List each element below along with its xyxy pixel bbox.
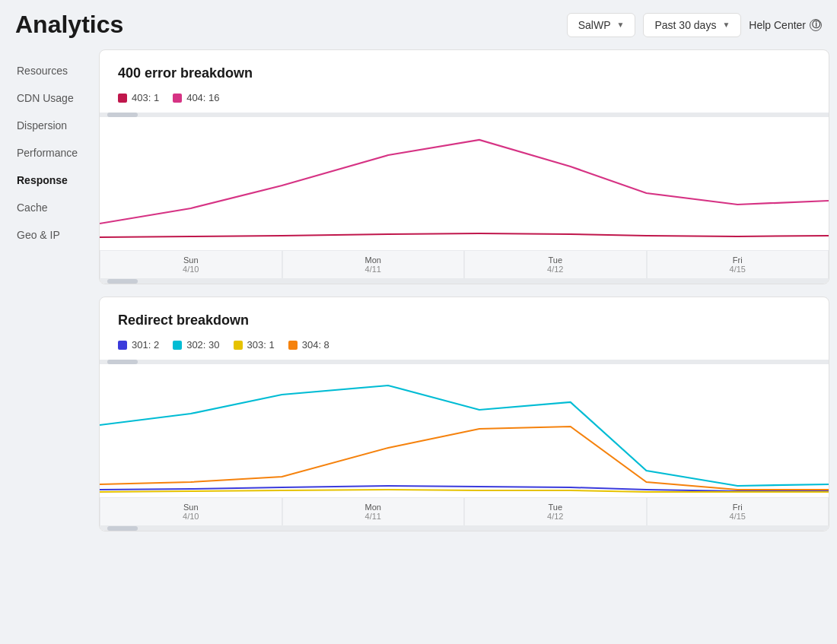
legend-item-302: 302: 30 [173, 339, 219, 351]
line-302 [100, 385, 829, 486]
help-center-label: Help Center [749, 19, 806, 31]
x-axis-day-fri-redirect: Fri [651, 503, 826, 512]
line-404 [100, 140, 829, 224]
legend-dot-303 [234, 341, 243, 350]
x-axis-day-sun-400: Sun [103, 255, 278, 265]
x-axis-item-sun-redirect: Sun 4/10 [100, 497, 282, 526]
sidebar-item-cache[interactable]: Cache [8, 194, 99, 221]
x-axis-item-tue-400: Tue 4/12 [464, 250, 647, 279]
page-header: Analytics SalWP ▼ Past 30 days ▼ Help Ce… [0, 0, 837, 49]
sidebar-item-geo-ip[interactable]: Geo & IP [8, 221, 99, 249]
chart-scroll-bar-bottom-400[interactable] [100, 279, 829, 284]
legend-dot-302 [173, 341, 182, 350]
chart-title-400-error: 400 error breakdown [118, 65, 810, 81]
x-axis-date-mon-redirect: 4/11 [286, 512, 461, 521]
x-axis-day-mon-redirect: Mon [286, 503, 461, 512]
help-center-link[interactable]: Help Center ⓘ [749, 19, 822, 31]
site-selector-label: SalWP [578, 19, 611, 31]
chart-legend-400-error: 403: 1 404: 16 [118, 92, 810, 103]
sidebar: Resources CDN Usage Dispersion Performan… [8, 49, 99, 531]
x-axis-day-sun-redirect: Sun [103, 503, 278, 512]
x-axis-item-mon-400: Mon 4/11 [282, 250, 465, 279]
legend-item-403: 403: 1 [118, 92, 159, 103]
chart-header-redirect: Redirect breakdown 301: 2 302: 30 303: 1 [100, 297, 829, 360]
site-selector-chevron-icon: ▼ [617, 21, 625, 29]
main-content: 400 error breakdown 403: 1 404: 16 [99, 49, 829, 531]
legend-item-301: 301: 2 [118, 339, 159, 351]
header-controls: SalWP ▼ Past 30 days ▼ Help Center ⓘ [567, 13, 822, 37]
page-title: Analytics [15, 11, 123, 39]
x-axis-date-tue-redirect: 4/12 [468, 512, 643, 521]
sidebar-item-cdn-usage[interactable]: CDN Usage [8, 84, 99, 112]
x-axis-date-tue-400: 4/12 [468, 265, 643, 274]
x-axis-item-sun-400: Sun 4/10 [100, 250, 282, 279]
legend-dot-304 [288, 341, 298, 350]
legend-item-303: 303: 1 [234, 339, 275, 351]
date-selector[interactable]: Past 30 days ▼ [643, 13, 741, 37]
site-selector[interactable]: SalWP ▼ [567, 13, 636, 37]
scroll-indicator-redirect [107, 360, 138, 364]
legend-label-303: 303: 1 [247, 339, 275, 351]
line-chart-400-error [100, 125, 829, 250]
scroll-indicator-400 [107, 113, 138, 117]
sidebar-item-response[interactable]: Response [8, 167, 99, 194]
chart-area-redirect [100, 364, 829, 497]
legend-dot-404 [173, 94, 182, 103]
x-axis-date-mon-400: 4/11 [286, 265, 461, 274]
x-axis-day-fri-400: Fri [651, 255, 826, 265]
date-selector-chevron-icon: ▼ [722, 21, 730, 29]
legend-label-302: 302: 30 [186, 339, 219, 351]
line-chart-redirect [100, 372, 829, 497]
chart-header-400-error: 400 error breakdown 403: 1 404: 16 [100, 50, 829, 113]
x-axis-item-fri-400: Fri 4/15 [647, 250, 829, 279]
help-center-icon: ⓘ [810, 19, 822, 31]
chart-title-redirect: Redirect breakdown [118, 312, 810, 328]
x-axis-redirect: Sun 4/10 Mon 4/11 Tue 4/12 Fri 4/15 [100, 497, 829, 526]
main-layout: Resources CDN Usage Dispersion Performan… [0, 49, 837, 547]
sidebar-item-performance[interactable]: Performance [8, 139, 99, 167]
x-axis-date-sun-redirect: 4/10 [103, 512, 278, 521]
legend-label-301: 301: 2 [132, 339, 159, 351]
x-axis-400-error: Sun 4/10 Mon 4/11 Tue 4/12 Fri 4/15 [100, 250, 829, 279]
sidebar-item-dispersion[interactable]: Dispersion [8, 112, 99, 139]
legend-label-404: 404: 16 [186, 92, 219, 103]
chart-area-400-error [100, 117, 829, 250]
date-selector-label: Past 30 days [654, 19, 716, 31]
x-axis-day-mon-400: Mon [286, 255, 461, 265]
sidebar-item-resources[interactable]: Resources [8, 57, 99, 84]
chart-card-redirect: Redirect breakdown 301: 2 302: 30 303: 1 [99, 297, 829, 531]
scroll-indicator-redirect-bottom [107, 526, 138, 531]
legend-dot-301 [118, 341, 127, 350]
chart-legend-redirect: 301: 2 302: 30 303: 1 304: 8 [118, 339, 810, 351]
x-axis-date-fri-400: 4/15 [651, 265, 826, 274]
legend-label-304: 304: 8 [302, 339, 329, 351]
x-axis-item-fri-redirect: Fri 4/15 [647, 497, 829, 526]
x-axis-item-mon-redirect: Mon 4/11 [282, 497, 465, 526]
legend-item-404: 404: 16 [173, 92, 219, 103]
chart-scroll-bar-bottom-redirect[interactable] [100, 526, 829, 531]
legend-label-403: 403: 1 [132, 92, 159, 103]
legend-dot-403 [118, 94, 127, 103]
line-403 [100, 233, 829, 237]
x-axis-date-sun-400: 4/10 [103, 265, 278, 274]
x-axis-day-tue-400: Tue [468, 255, 643, 265]
line-304 [100, 427, 829, 490]
legend-item-304: 304: 8 [288, 339, 329, 351]
chart-card-400-error: 400 error breakdown 403: 1 404: 16 [99, 49, 829, 284]
scroll-indicator-400-bottom [107, 279, 138, 284]
x-axis-day-tue-redirect: Tue [468, 503, 643, 512]
x-axis-date-fri-redirect: 4/15 [651, 512, 826, 521]
x-axis-item-tue-redirect: Tue 4/12 [464, 497, 647, 526]
